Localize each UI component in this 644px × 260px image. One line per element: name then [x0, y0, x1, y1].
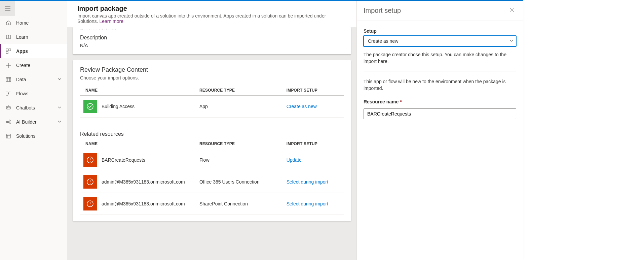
related-title: Related resources — [80, 128, 344, 137]
chevron-down-icon — [58, 105, 62, 110]
col-setup: IMPORT SETUP — [283, 139, 344, 149]
table-row: Building Access App Create as new — [80, 96, 344, 118]
import-setup-link[interactable]: Create as new — [287, 104, 317, 109]
chatbots-icon — [5, 105, 11, 111]
status-error-icon — [83, 153, 97, 167]
nav-flows[interactable]: Flows — [0, 87, 67, 101]
import-setup-panel: Import setup Setup The package creator c… — [356, 1, 523, 260]
col-type: RESOURCE TYPE — [196, 139, 283, 149]
nav-label: Create — [16, 63, 62, 68]
status-error-icon — [83, 175, 97, 189]
col-name: NAME — [80, 139, 196, 149]
divider — [364, 71, 516, 71]
status-ok-icon — [83, 100, 97, 113]
resource-name: BARCreateRequests — [102, 157, 145, 163]
nav-list: Home Learn Apps Create Data Flows — [0, 16, 67, 143]
svg-point-9 — [9, 123, 10, 124]
solutions-icon — [5, 133, 11, 139]
table-row: admin@M365x931183.onmicrosoft.com ShareP… — [80, 193, 344, 215]
nav-label: Solutions — [16, 133, 62, 139]
nav-label: Learn — [16, 34, 62, 40]
resource-name: admin@M365x931183.onmicrosoft.com — [102, 179, 185, 185]
apps-icon — [5, 48, 11, 54]
nav-chatbots[interactable]: Chatbots — [0, 101, 67, 115]
svg-point-8 — [9, 120, 10, 121]
svg-rect-0 — [6, 49, 8, 51]
review-subtitle: Choose your import options. — [80, 75, 344, 80]
import-setup-link[interactable]: Update — [287, 157, 302, 163]
svg-rect-2 — [6, 52, 8, 54]
hamburger-button[interactable] — [0, 1, 15, 16]
status-error-icon — [83, 197, 97, 210]
package-table: NAME RESOURCE TYPE IMPORT SETUP Building… — [80, 85, 344, 118]
book-icon — [5, 34, 11, 40]
nav-solutions[interactable]: Solutions — [0, 129, 67, 143]
svg-point-5 — [7, 107, 8, 108]
resource-name: admin@M365x931183.onmicrosoft.com — [102, 201, 185, 206]
nav-ai-builder[interactable]: AI Builder — [0, 115, 67, 129]
menu-icon — [5, 6, 10, 11]
resource-type: App — [196, 96, 283, 118]
data-icon — [5, 76, 11, 83]
resource-type: Office 365 Users Connection — [196, 171, 283, 193]
ai-icon — [5, 119, 11, 125]
description-value: N/A — [80, 43, 344, 48]
help-text-1: The package creator chose this setup. Yo… — [364, 51, 516, 65]
close-button[interactable] — [508, 6, 516, 15]
resource-name-label: Resource name * — [364, 99, 516, 104]
svg-rect-1 — [9, 49, 11, 51]
svg-point-6 — [9, 107, 9, 108]
nav-learn[interactable]: Learn — [0, 30, 67, 44]
import-setup-link[interactable]: Select during import — [287, 179, 329, 185]
svg-rect-3 — [6, 77, 11, 82]
table-row: BARCreateRequests Flow Update — [80, 149, 344, 171]
nav-data[interactable]: Data — [0, 72, 67, 87]
chevron-down-icon — [58, 119, 62, 125]
description-label: Description — [80, 35, 344, 41]
home-icon — [5, 20, 11, 26]
nav-create[interactable]: Create — [0, 58, 67, 72]
resource-name-input[interactable] — [364, 108, 516, 119]
page-subtitle: Import canvas app created outside of a s… — [77, 13, 346, 24]
svg-rect-10 — [6, 134, 10, 138]
nav-label: Home — [16, 20, 62, 26]
help-text-2: This app or flow will be new to the envi… — [364, 78, 516, 92]
close-icon — [509, 7, 515, 13]
col-name: NAME — [80, 85, 196, 96]
table-row: admin@M365x931183.onmicrosoft.com Office… — [80, 171, 344, 193]
setup-select[interactable] — [364, 36, 516, 46]
panel-title: Import setup — [364, 7, 401, 14]
resource-name: Building Access — [102, 104, 135, 109]
details-card: Contoso (default) Description N/A — [73, 27, 351, 54]
env-line: Contoso (default) — [80, 28, 344, 30]
review-title: Review Package Content — [80, 63, 344, 73]
nav-home[interactable]: Home — [0, 16, 67, 30]
nav-label: Apps — [16, 48, 62, 54]
svg-rect-4 — [6, 106, 10, 109]
resource-type: Flow — [196, 149, 283, 171]
nav-label: Flows — [16, 91, 62, 96]
page-title: Import package — [77, 5, 346, 12]
main: Import package Import canvas app created… — [67, 1, 356, 260]
nav-apps[interactable]: Apps — [0, 44, 67, 58]
resource-type: SharePoint Connection — [196, 193, 283, 215]
chevron-down-icon — [58, 77, 62, 82]
review-card: Review Package Content Choose your impor… — [73, 60, 351, 221]
related-table: NAME RESOURCE TYPE IMPORT SETUP BARCreat… — [80, 139, 344, 215]
svg-point-7 — [6, 121, 8, 123]
learn-more-link[interactable]: Learn more — [99, 19, 123, 24]
sidebar: Home Learn Apps Create Data Flows — [0, 1, 67, 260]
setup-label: Setup — [364, 28, 516, 34]
nav-label: AI Builder — [16, 119, 58, 125]
flows-icon — [5, 91, 11, 97]
import-setup-link[interactable]: Select during import — [287, 201, 329, 206]
plus-icon — [5, 62, 11, 68]
page-header: Import package Import canvas app created… — [67, 1, 356, 27]
col-setup: IMPORT SETUP — [283, 85, 344, 96]
nav-label: Data — [16, 77, 58, 82]
col-type: RESOURCE TYPE — [196, 85, 283, 96]
nav-label: Chatbots — [16, 105, 58, 110]
